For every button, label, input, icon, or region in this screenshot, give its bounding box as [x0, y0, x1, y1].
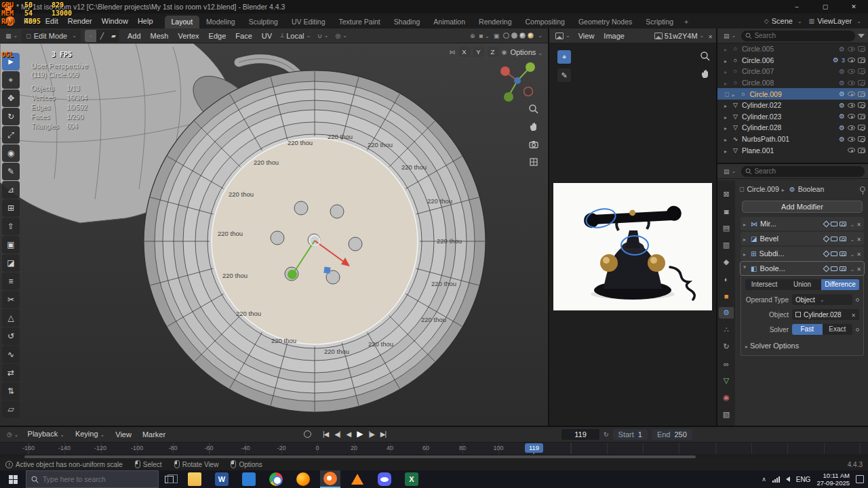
list-item-selected[interactable]: ◻○Circle.009⚙	[717, 88, 868, 100]
previous-keyframe-button[interactable]: ◀|	[334, 430, 340, 438]
camera-icon[interactable]	[858, 92, 865, 97]
tab-uv-editing[interactable]: UV Editing	[285, 16, 332, 28]
start-button[interactable]	[0, 470, 26, 488]
menu-add[interactable]: Add	[123, 28, 145, 43]
animate-dot[interactable]	[856, 328, 859, 331]
snapping-dropdown[interactable]: ∪	[315, 30, 331, 42]
tab-rendering[interactable]: Rendering	[472, 16, 518, 28]
play-button[interactable]: ▶	[357, 429, 362, 439]
chevron-right-icon[interactable]	[724, 45, 729, 53]
scene-selector[interactable]: ◇Scene	[764, 17, 802, 25]
camera-icon[interactable]	[858, 46, 865, 52]
firefox-button[interactable]	[293, 470, 313, 488]
taskbar-search-input[interactable]	[43, 475, 144, 483]
menu-render[interactable]: Render	[63, 14, 97, 28]
tool-knife[interactable]: ✂	[2, 291, 20, 308]
timeline-ruler[interactable]: -160 -140 -120 -100 -80 -60 -40 -20 0 20…	[0, 442, 868, 454]
tab-shading[interactable]: Shading	[387, 16, 427, 28]
tool-bevel[interactable]: ◪	[2, 254, 20, 272]
tool-shrink-fatten[interactable]: ⇅	[2, 382, 20, 400]
chevron-right-icon[interactable]	[724, 135, 729, 143]
chevron-right-icon[interactable]	[732, 90, 736, 98]
axis-x-neg-ball[interactable]	[524, 87, 533, 96]
modifier-icon[interactable]: ⚙	[839, 68, 845, 75]
menu-window[interactable]: Window	[97, 14, 133, 28]
edit-mode-toggle-icon[interactable]	[823, 220, 829, 227]
menu-edge[interactable]: Edge	[205, 28, 231, 43]
render-toggle-icon[interactable]	[840, 237, 846, 241]
viewport-shading-buttons[interactable]	[503, 33, 542, 39]
menu-face[interactable]: Face	[231, 28, 256, 43]
camera-icon[interactable]	[858, 58, 865, 63]
properties-tab-render[interactable]: ◙	[719, 205, 734, 217]
eye-icon[interactable]	[848, 92, 855, 96]
start-frame-field[interactable]: Start1	[613, 429, 648, 440]
tool-spin[interactable]: ↺	[2, 327, 20, 345]
remove-modifier-button[interactable]	[856, 220, 861, 228]
tab-texture-paint[interactable]: Texture Paint	[332, 16, 387, 28]
clock[interactable]: 10:11 AM27-09-2025	[816, 472, 850, 487]
intersect-button[interactable]: Intersect	[745, 279, 783, 290]
render-toggle-icon[interactable]	[840, 266, 846, 271]
excel-button[interactable]: X	[401, 470, 422, 488]
camera-view-icon[interactable]	[528, 138, 539, 150]
snap-target-icon[interactable]: ◉	[502, 49, 507, 56]
breadcrumb-object[interactable]: Circle.009	[747, 185, 778, 193]
chevron-right-icon[interactable]	[724, 56, 729, 64]
tool-inset-faces[interactable]: ▣	[2, 236, 20, 253]
properties-tab-view-layer[interactable]: ▥	[719, 239, 734, 251]
editor-type-dropdown[interactable]: ▤	[721, 165, 738, 178]
realtime-toggle-icon[interactable]	[831, 251, 837, 256]
language-indicator[interactable]: ENG	[796, 476, 811, 483]
material-shading-icon[interactable]	[519, 33, 526, 39]
add-modifier-button[interactable]: Add Modifier	[742, 201, 863, 213]
properties-tab-object[interactable]: ■	[719, 290, 734, 302]
rendered-shading-icon[interactable]	[528, 33, 534, 39]
eye-icon[interactable]	[848, 148, 855, 152]
blender-app-icon[interactable]	[5, 16, 15, 26]
modifier-boolean-header[interactable]: ◧ Boole...	[741, 262, 864, 275]
list-item[interactable]: ○Circle.005⚙	[717, 43, 868, 55]
notification-center-icon[interactable]	[856, 475, 864, 483]
image-editor[interactable]: View Image 51w2Y4M ⌖ ✎	[548, 28, 716, 426]
add-workspace-button[interactable]: +	[680, 16, 692, 28]
modifier-icon[interactable]: ⚙	[839, 79, 845, 87]
properties-tab-particles[interactable]: ∴	[719, 324, 734, 336]
modifier-mirror-header[interactable]: ⋈ Mir...	[741, 217, 864, 230]
properties-tab-constraints[interactable]: ∞	[719, 358, 734, 369]
editor-type-dropdown[interactable]: ▦	[3, 30, 20, 42]
minimize-button[interactable]: –	[783, 0, 811, 14]
list-item[interactable]: ▽Cylinder.023⚙	[717, 111, 868, 123]
menu-vertex[interactable]: Vertex	[174, 28, 203, 43]
axis-y-neg-ball[interactable]	[504, 92, 513, 102]
menu-keying[interactable]: Keying	[71, 426, 109, 443]
proportional-editing-dropdown[interactable]: ◎	[332, 30, 350, 42]
properties-tab-output[interactable]: ▤	[719, 222, 734, 234]
operand-type-dropdown[interactable]: Object	[792, 294, 852, 305]
solid-shading-icon[interactable]	[511, 33, 517, 39]
filter-icon[interactable]	[858, 34, 865, 38]
menu-marker[interactable]: Marker	[138, 427, 170, 442]
modifier-extras-dropdown[interactable]	[848, 235, 855, 243]
tool-loop-cut[interactable]: ≡	[2, 272, 20, 290]
tab-modeling[interactable]: Modeling	[199, 16, 242, 28]
transform-orientation-dropdown[interactable]: ⟂ Local	[277, 30, 313, 42]
list-item[interactable]: ○Circle.006⚙3	[717, 55, 868, 66]
pin-icon[interactable]	[860, 186, 865, 192]
gizmo-y-axis-handle[interactable]	[288, 270, 297, 279]
pan-hand-icon[interactable]	[699, 68, 711, 79]
maximize-button[interactable]: ▢	[811, 0, 840, 14]
modifier-extras-dropdown[interactable]	[848, 249, 855, 258]
remove-modifier-button[interactable]	[856, 249, 861, 258]
mirror-x-toggle[interactable]: X	[459, 47, 470, 57]
animate-dot[interactable]	[856, 298, 859, 302]
menu-uv[interactable]: UV	[258, 28, 276, 43]
file-explorer-button[interactable]	[184, 470, 205, 488]
chevron-right-icon[interactable]	[724, 113, 729, 121]
list-item[interactable]: ▽Cylinder.022⚙	[717, 100, 868, 111]
xray-toggle-icon[interactable]: ▣	[494, 33, 500, 39]
menu-help[interactable]: Help	[133, 14, 158, 28]
difference-button[interactable]: Difference	[821, 279, 859, 290]
axis-y-ball[interactable]	[526, 62, 535, 72]
mirror-z-toggle[interactable]: Z	[488, 47, 498, 57]
